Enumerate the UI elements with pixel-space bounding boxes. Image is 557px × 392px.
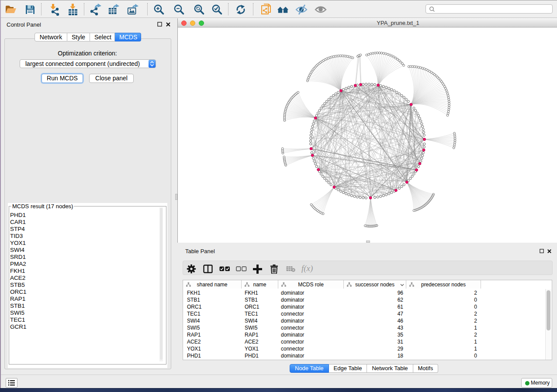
svg-text:f(x): f(x): [301, 264, 313, 273]
